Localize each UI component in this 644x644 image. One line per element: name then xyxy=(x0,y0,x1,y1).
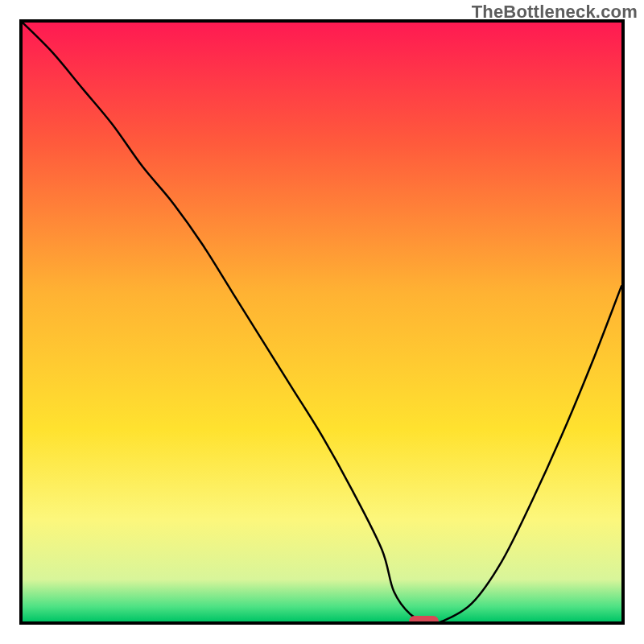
chart-stage: TheBottleneck.com xyxy=(0,0,644,644)
plot-frame xyxy=(19,19,625,625)
bottleneck-curve xyxy=(23,23,621,621)
curve-layer xyxy=(23,23,621,621)
optimum-marker xyxy=(409,616,439,625)
